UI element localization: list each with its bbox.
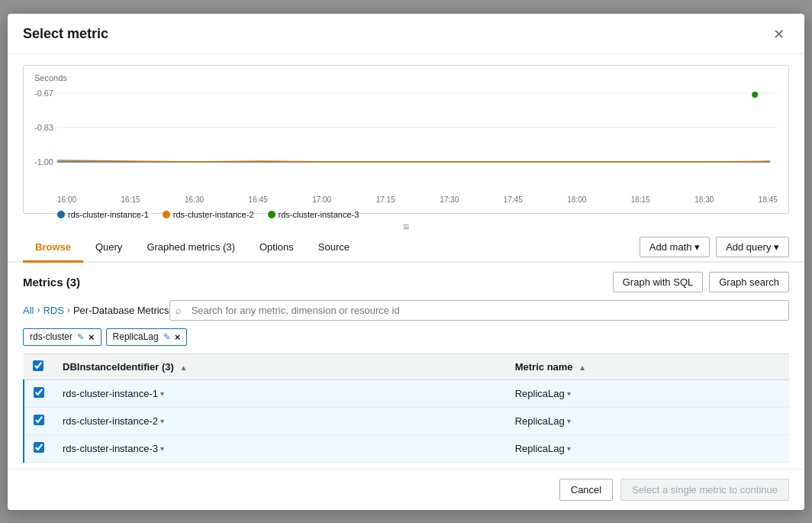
- tabs-bar: Browse Query Graphed metrics (3) Options…: [8, 234, 804, 263]
- graph-search-button[interactable]: Graph search: [709, 272, 789, 292]
- breadcrumb-current: Per-Database Metrics: [73, 305, 169, 316]
- row2-instance: rds-cluster-instance-2 ▾: [53, 407, 506, 434]
- col-instance-sort-icon[interactable]: ▲: [180, 363, 188, 372]
- tab-source[interactable]: Source: [306, 234, 362, 263]
- table-col-metric: Metric name ▲: [506, 354, 789, 379]
- chart-legend: rds-cluster-instance-1 rds-cluster-insta…: [34, 210, 778, 219]
- breadcrumb-sep-1: ›: [37, 305, 40, 315]
- filter-tag-replicalag-edit[interactable]: ✎: [163, 332, 170, 342]
- table-row[interactable]: rds-cluster-instance-1 ▾ ReplicaLag ▾: [24, 379, 789, 407]
- row3-metric: ReplicaLag ▾: [506, 434, 789, 462]
- graph-sql-label: Graph with SQL: [623, 276, 694, 288]
- row1-checkbox[interactable]: [34, 387, 44, 398]
- graph-with-sql-button[interactable]: Graph with SQL: [613, 272, 704, 292]
- add-math-label: Add math ▾: [649, 241, 700, 253]
- metrics-title-text: Metrics: [23, 276, 66, 289]
- tab-browse[interactable]: Browse: [23, 234, 83, 263]
- close-button[interactable]: ✕: [768, 24, 789, 44]
- legend-dot-1: [57, 211, 65, 218]
- legend-label-2: rds-cluster-instance-2: [173, 210, 254, 219]
- modal-footer: Cancel Select a single metric to continu…: [8, 469, 804, 510]
- breadcrumb: All › RDS › Per-Database Metrics: [23, 305, 169, 316]
- tab-options[interactable]: Options: [247, 234, 306, 263]
- row2-instance-caret[interactable]: ▾: [160, 417, 164, 425]
- filter-tag-rds-cluster-remove[interactable]: ×: [89, 331, 95, 343]
- modal-overlay: Select metric ✕ Seconds -0.67 -0.83 -1.0…: [0, 0, 812, 523]
- filter-tag-replicalag-remove[interactable]: ×: [175, 331, 181, 343]
- divider-handle[interactable]: ≡: [8, 220, 804, 234]
- table-col-instance: DBInstanceIdentifier (3) ▲: [53, 354, 506, 379]
- search-input[interactable]: [169, 300, 789, 321]
- breadcrumb-all[interactable]: All: [23, 305, 34, 316]
- toolbar-buttons: Add math ▾ Add query ▾: [640, 237, 789, 257]
- row1-metric: ReplicaLag ▾: [506, 379, 789, 407]
- metrics-header: Metrics (3) Graph with SQL Graph search: [23, 272, 789, 292]
- tab-graphed-metrics[interactable]: Graphed metrics (3): [134, 234, 247, 263]
- modal-title: Select metric: [23, 26, 108, 42]
- chart-x-axis: 16:00 16:15 16:30 16:45 17:00 17:15 17:3…: [34, 195, 778, 204]
- row2-checkbox-cell: [24, 407, 53, 434]
- legend-dot-2: [163, 211, 170, 218]
- table-row[interactable]: rds-cluster-instance-3 ▾ ReplicaLag ▾: [24, 434, 789, 462]
- row3-checkbox[interactable]: [34, 442, 44, 453]
- row2-metric-value: ReplicaLag: [515, 415, 565, 427]
- row2-checkbox[interactable]: [34, 415, 44, 425]
- search-icon: ⌕: [176, 305, 182, 316]
- legend-label-3: rds-cluster-instance-3: [279, 210, 359, 219]
- row1-metric-caret[interactable]: ▾: [567, 389, 571, 398]
- row2-instance-value: rds-cluster-instance-2: [63, 415, 158, 427]
- filter-tag-rds-cluster: rds-cluster ✎ ×: [23, 328, 102, 346]
- metrics-action-buttons: Graph with SQL Graph search: [613, 272, 789, 292]
- metrics-title: Metrics (3): [23, 276, 80, 289]
- legend-label-1: rds-cluster-instance-1: [68, 210, 149, 219]
- tab-query[interactable]: Query: [83, 234, 134, 263]
- modal-header: Select metric ✕: [8, 14, 804, 54]
- row1-checkbox-cell: [24, 379, 53, 407]
- legend-dot-3: [268, 211, 276, 218]
- row3-instance-value: rds-cluster-instance-3: [63, 443, 158, 454]
- add-math-button[interactable]: Add math ▾: [640, 237, 710, 257]
- metrics-section: Metrics (3) Graph with SQL Graph search …: [8, 263, 804, 469]
- filter-tag-replicalag: ReplicaLag ✎ ×: [106, 328, 188, 346]
- chart-container: -0.67 -0.83 -1.00: [34, 86, 778, 192]
- filter-tag-replicalag-value: ReplicaLag: [113, 331, 159, 342]
- filter-tag-rds-cluster-edit[interactable]: ✎: [77, 332, 84, 342]
- row3-metric-caret[interactable]: ▾: [567, 444, 571, 453]
- breadcrumb-rds[interactable]: RDS: [43, 305, 63, 316]
- row1-instance-caret[interactable]: ▾: [160, 389, 164, 398]
- chart-area: Seconds -0.67 -0.83 -1.00: [23, 65, 789, 214]
- row3-metric-value: ReplicaLag: [515, 443, 565, 454]
- svg-text:-0.83: -0.83: [34, 122, 53, 131]
- col-metric-sort-icon[interactable]: ▲: [578, 363, 586, 372]
- row2-metric: ReplicaLag ▾: [506, 407, 789, 434]
- table-row[interactable]: rds-cluster-instance-2 ▾ ReplicaLag ▾: [24, 407, 789, 434]
- cancel-button[interactable]: Cancel: [559, 479, 613, 501]
- legend-item-3: rds-cluster-instance-3: [268, 210, 359, 219]
- legend-item-1: rds-cluster-instance-1: [57, 210, 149, 219]
- row3-checkbox-cell: [24, 434, 53, 462]
- svg-point-6: [752, 92, 758, 98]
- row3-instance-caret[interactable]: ▾: [160, 444, 164, 453]
- row3-instance: rds-cluster-instance-3 ▾: [53, 434, 506, 462]
- table-body: rds-cluster-instance-1 ▾ ReplicaLag ▾: [24, 379, 789, 462]
- svg-text:-1.00: -1.00: [34, 157, 53, 166]
- col-metric-label: Metric name: [515, 361, 573, 373]
- table-header-checkbox-cell: [24, 354, 53, 379]
- table-header: DBInstanceIdentifier (3) ▲ Metric name ▲: [24, 354, 789, 379]
- legend-item-2: rds-cluster-instance-2: [163, 210, 254, 219]
- row2-metric-caret[interactable]: ▾: [567, 417, 571, 425]
- chart-y-label: Seconds: [34, 73, 778, 82]
- add-query-button[interactable]: Add query ▾: [716, 237, 789, 257]
- row1-metric-value: ReplicaLag: [515, 388, 565, 399]
- select-all-checkbox[interactable]: [33, 360, 44, 371]
- row1-instance-value: rds-cluster-instance-1: [63, 388, 158, 399]
- svg-text:-0.67: -0.67: [34, 88, 53, 97]
- breadcrumb-sep-2: ›: [67, 305, 70, 315]
- modal: Select metric ✕ Seconds -0.67 -0.83 -1.0…: [8, 14, 804, 510]
- breadcrumb-search-row: All › RDS › Per-Database Metrics ⌕: [23, 300, 789, 321]
- metrics-count: (3): [66, 276, 80, 289]
- confirm-button: Select a single metric to continue: [620, 479, 789, 501]
- chart-svg: -0.67 -0.83 -1.00: [34, 86, 778, 185]
- search-wrapper: ⌕: [169, 300, 789, 321]
- filter-tags: rds-cluster ✎ × ReplicaLag ✎ ×: [23, 328, 789, 346]
